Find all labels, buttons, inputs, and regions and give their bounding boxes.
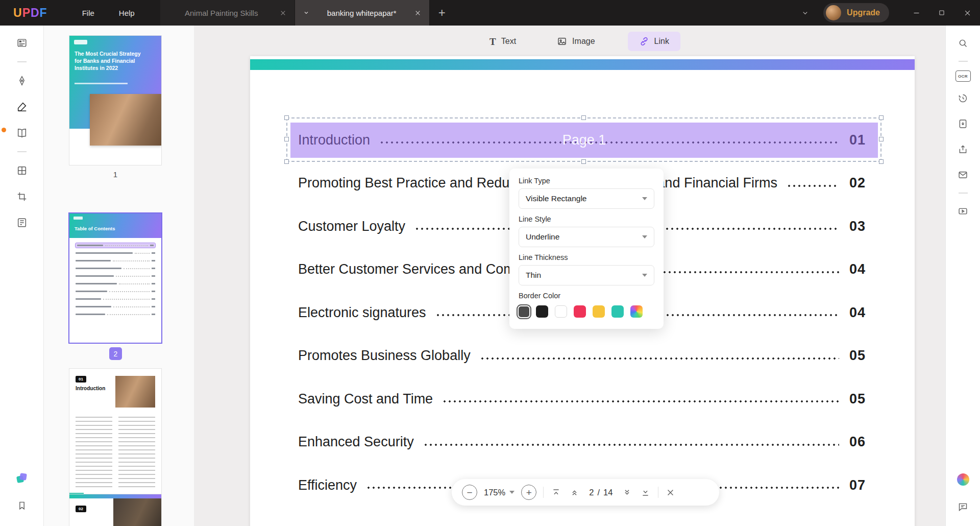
toc-row[interactable]: Introduction01Page 1	[298, 118, 866, 162]
color-swatch[interactable]	[611, 305, 624, 318]
thumbnail-page-number: 1	[69, 170, 161, 179]
app-logo: UPDF	[13, 6, 47, 20]
dropdown-link-type[interactable]: Visible Rectangle	[519, 188, 654, 209]
text-column	[118, 417, 155, 488]
tab-close-icon[interactable]	[280, 10, 286, 16]
email-icon[interactable]	[954, 165, 972, 184]
page-separator: /	[597, 488, 600, 497]
edit-pdf-icon[interactable]	[13, 98, 31, 116]
text-tool-button[interactable]: T Text	[481, 32, 524, 51]
toc-thumb-title: Table of Contents	[75, 226, 115, 231]
upgrade-button[interactable]: Upgrade	[847, 8, 880, 17]
avatar[interactable]	[826, 5, 841, 20]
tab-banking-whitepaper[interactable]: banking whitepapar*	[295, 0, 430, 26]
toc-band: Table of Contents	[69, 213, 161, 238]
page-number-control[interactable]: 2 / 14	[587, 488, 615, 497]
annotate-pen-icon[interactable]	[13, 71, 31, 90]
field-label: Link Type	[519, 177, 654, 185]
color-swatch[interactable]	[536, 305, 548, 318]
crop-icon[interactable]	[13, 187, 31, 206]
reader-mode-icon[interactable]	[13, 124, 31, 142]
tab-animal-painting-skills[interactable]: Animal Painting Skills	[160, 0, 295, 26]
dropdown-line-style[interactable]: Underline	[519, 227, 654, 247]
account-area[interactable]: Upgrade	[823, 3, 889, 22]
minimize-button[interactable]	[903, 0, 929, 26]
link-properties-popup: Link TypeVisible RectangleLine StyleUnde…	[509, 169, 664, 329]
menu-help[interactable]: Help	[107, 0, 147, 26]
tab-label: Animal Painting Skills	[168, 9, 275, 17]
color-swatch[interactable]	[574, 305, 586, 318]
export-icon[interactable]	[954, 114, 972, 133]
page-thumbnail-4[interactable]: 02	[69, 494, 161, 526]
color-swatch[interactable]	[555, 305, 567, 318]
convert-icon[interactable]	[954, 89, 972, 107]
thumbnails-panel-icon[interactable]	[13, 34, 31, 52]
page-thumbnail-2[interactable]: Table of Contents	[69, 213, 161, 343]
search-icon[interactable]	[954, 34, 972, 52]
chevron-down-icon[interactable]	[791, 0, 819, 26]
chapter-photo	[113, 498, 161, 526]
resize-handle-se[interactable]	[879, 159, 884, 164]
resize-handle-e[interactable]	[879, 137, 884, 141]
link-target-label: Page 1	[562, 132, 606, 148]
chevron-down-icon[interactable]	[303, 10, 309, 16]
toc-row[interactable]: Saving Cost and Time05	[298, 377, 866, 421]
resize-handle-s[interactable]	[581, 159, 586, 164]
image-tool-button[interactable]: Image	[549, 32, 603, 51]
ai-assistant-icon[interactable]	[954, 470, 972, 489]
resize-handle-w[interactable]	[284, 137, 289, 141]
toc-row[interactable]: Promotes Business Globally05	[298, 334, 866, 378]
divider	[17, 151, 27, 152]
current-page[interactable]: 2	[589, 488, 594, 497]
cover-photo	[90, 94, 161, 146]
ocr-icon[interactable]: OCR	[955, 70, 971, 82]
link-tool-label: Link	[654, 37, 669, 46]
divider	[17, 61, 27, 62]
field-label: Line Style	[519, 215, 654, 223]
zoom-out-button[interactable]: −	[462, 485, 477, 500]
resize-handle-ne[interactable]	[879, 115, 884, 120]
organize-pages-icon[interactable]	[13, 161, 31, 180]
previous-page-button[interactable]	[569, 487, 580, 498]
divider	[959, 61, 968, 62]
image-tool-icon	[557, 36, 567, 46]
close-pager-button[interactable]	[665, 487, 676, 498]
link-annotation-rect[interactable]: Page 1	[290, 123, 878, 158]
color-swatch[interactable]	[630, 305, 643, 318]
link-tool-button[interactable]: Link	[628, 32, 680, 51]
active-tool-indicator	[2, 128, 6, 132]
toc-row[interactable]: Enhanced Security06	[298, 421, 866, 464]
document-view: T Text Image Link Introduction01Page 1Pr…	[194, 26, 945, 526]
zoom-in-button[interactable]: +	[521, 485, 536, 500]
resize-handle-n[interactable]	[581, 115, 586, 120]
toc-entry-title: Saving Cost and Time	[298, 391, 433, 407]
toc-dotted-leader	[788, 184, 839, 187]
tab-close-icon[interactable]	[414, 10, 421, 16]
maximize-button[interactable]	[929, 0, 954, 26]
dropdown-line-thickness[interactable]: Thin	[519, 265, 654, 285]
right-toolbar-bottom	[954, 470, 972, 516]
first-page-button[interactable]	[550, 487, 562, 498]
next-page-button[interactable]	[621, 487, 633, 498]
resize-handle-sw[interactable]	[284, 159, 289, 164]
zoom-level-control[interactable]: 175%	[484, 488, 514, 497]
thumbnail-page-number-selected: 2	[109, 347, 122, 360]
page-thumbnail-1[interactable]: The Most Crucial Strategy for Banks and …	[69, 36, 161, 165]
bookmark-icon[interactable]	[13, 496, 31, 515]
toc-dotted-leader	[424, 443, 839, 446]
share-icon[interactable]	[954, 140, 972, 158]
resize-handle-nw[interactable]	[284, 115, 289, 120]
text-tool-icon: T	[489, 37, 496, 46]
divider	[543, 487, 544, 498]
menu-file[interactable]: File	[70, 0, 107, 26]
forms-icon[interactable]	[13, 213, 31, 232]
close-window-button[interactable]	[954, 0, 980, 26]
slideshow-icon[interactable]	[954, 202, 972, 221]
last-page-button[interactable]	[640, 487, 651, 498]
color-swatch[interactable]	[593, 305, 605, 318]
feedback-comment-icon[interactable]	[954, 497, 972, 516]
stamp-icon[interactable]	[13, 469, 31, 487]
color-swatch[interactable]	[519, 306, 529, 317]
page-thumbnail-3[interactable]: 01 Introduction	[69, 369, 161, 495]
new-tab-button[interactable]: +	[430, 0, 454, 26]
